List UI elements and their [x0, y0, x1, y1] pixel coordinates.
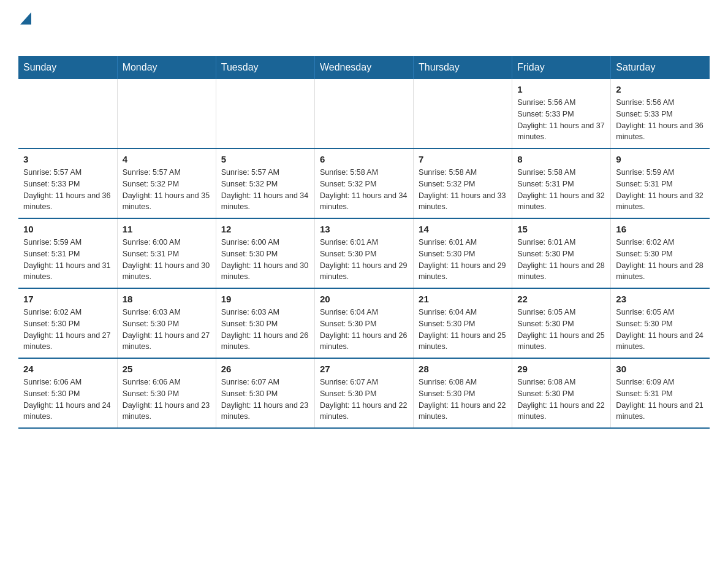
- calendar-week-row: 17Sunrise: 6:02 AM Sunset: 5:30 PM Dayli…: [18, 288, 710, 358]
- day-number: 11: [123, 224, 211, 234]
- day-number: 17: [23, 294, 112, 304]
- day-info: Sunrise: 6:09 AM Sunset: 5:31 PM Dayligh…: [616, 377, 705, 423]
- day-number: 2: [616, 84, 705, 94]
- calendar-cell: 11Sunrise: 6:00 AM Sunset: 5:31 PM Dayli…: [117, 218, 216, 288]
- calendar-week-row: 1Sunrise: 5:56 AM Sunset: 5:33 PM Daylig…: [18, 79, 710, 148]
- day-number: 21: [419, 294, 507, 304]
- calendar-cell: 17Sunrise: 6:02 AM Sunset: 5:30 PM Dayli…: [18, 288, 117, 358]
- day-info: Sunrise: 5:59 AM Sunset: 5:31 PM Dayligh…: [23, 237, 112, 283]
- calendar-cell: 6Sunrise: 5:58 AM Sunset: 5:32 PM Daylig…: [314, 148, 413, 218]
- day-info: Sunrise: 6:07 AM Sunset: 5:30 PM Dayligh…: [320, 377, 408, 423]
- day-info: Sunrise: 6:04 AM Sunset: 5:30 PM Dayligh…: [419, 307, 507, 353]
- day-number: 26: [221, 364, 309, 374]
- calendar-cell: 3Sunrise: 5:57 AM Sunset: 5:33 PM Daylig…: [18, 148, 117, 218]
- calendar-cell: 21Sunrise: 6:04 AM Sunset: 5:30 PM Dayli…: [414, 288, 512, 358]
- calendar-cell: 26Sunrise: 6:07 AM Sunset: 5:30 PM Dayli…: [216, 358, 314, 428]
- day-number: 5: [221, 154, 309, 164]
- calendar-cell: 25Sunrise: 6:06 AM Sunset: 5:30 PM Dayli…: [117, 358, 216, 428]
- day-info: Sunrise: 6:02 AM Sunset: 5:30 PM Dayligh…: [23, 307, 112, 353]
- day-info: Sunrise: 5:56 AM Sunset: 5:33 PM Dayligh…: [517, 97, 605, 143]
- day-info: Sunrise: 6:07 AM Sunset: 5:30 PM Dayligh…: [221, 377, 309, 423]
- calendar-header-row: SundayMondayTuesdayWednesdayThursdayFrid…: [18, 56, 710, 79]
- calendar-cell: 9Sunrise: 5:59 AM Sunset: 5:31 PM Daylig…: [611, 148, 710, 218]
- calendar-cell: 18Sunrise: 6:03 AM Sunset: 5:30 PM Dayli…: [117, 288, 216, 358]
- day-info: Sunrise: 5:57 AM Sunset: 5:33 PM Dayligh…: [23, 167, 112, 213]
- day-info: Sunrise: 5:57 AM Sunset: 5:32 PM Dayligh…: [123, 167, 211, 213]
- day-number: 18: [123, 294, 211, 304]
- day-info: Sunrise: 6:01 AM Sunset: 5:30 PM Dayligh…: [419, 237, 507, 283]
- day-number: 15: [517, 224, 605, 234]
- logo-triangle-icon: [20, 12, 31, 25]
- calendar-cell: 13Sunrise: 6:01 AM Sunset: 5:30 PM Dayli…: [314, 218, 413, 288]
- day-info: Sunrise: 6:00 AM Sunset: 5:30 PM Dayligh…: [221, 237, 309, 283]
- calendar-cell: 20Sunrise: 6:04 AM Sunset: 5:30 PM Dayli…: [314, 288, 413, 358]
- day-info: Sunrise: 6:04 AM Sunset: 5:30 PM Dayligh…: [320, 307, 408, 353]
- day-info: Sunrise: 5:58 AM Sunset: 5:32 PM Dayligh…: [419, 167, 507, 213]
- calendar-cell: [414, 79, 512, 148]
- calendar-cell: 10Sunrise: 5:59 AM Sunset: 5:31 PM Dayli…: [18, 218, 117, 288]
- day-info: Sunrise: 6:03 AM Sunset: 5:30 PM Dayligh…: [123, 307, 211, 353]
- calendar-cell: 23Sunrise: 6:05 AM Sunset: 5:30 PM Dayli…: [611, 288, 710, 358]
- day-number: 22: [517, 294, 605, 304]
- day-number: 13: [320, 224, 408, 234]
- calendar-week-row: 24Sunrise: 6:06 AM Sunset: 5:30 PM Dayli…: [18, 358, 710, 428]
- day-info: Sunrise: 6:08 AM Sunset: 5:30 PM Dayligh…: [419, 377, 507, 423]
- day-number: 4: [123, 154, 211, 164]
- day-info: Sunrise: 6:01 AM Sunset: 5:30 PM Dayligh…: [320, 237, 408, 283]
- day-info: Sunrise: 6:08 AM Sunset: 5:30 PM Dayligh…: [517, 377, 605, 423]
- day-number: 16: [616, 224, 705, 234]
- day-number: 6: [320, 154, 408, 164]
- calendar-cell: 24Sunrise: 6:06 AM Sunset: 5:30 PM Dayli…: [18, 358, 117, 428]
- day-info: Sunrise: 5:57 AM Sunset: 5:32 PM Dayligh…: [221, 167, 309, 213]
- calendar-header-monday: Monday: [117, 56, 216, 79]
- day-number: 1: [517, 84, 605, 94]
- svg-marker-0: [20, 12, 31, 25]
- calendar-cell: 15Sunrise: 6:01 AM Sunset: 5:30 PM Dayli…: [512, 218, 611, 288]
- calendar-cell: [216, 79, 314, 148]
- day-number: 25: [123, 364, 211, 374]
- day-number: 30: [616, 364, 705, 374]
- day-number: 24: [23, 364, 112, 374]
- calendar-cell: 19Sunrise: 6:03 AM Sunset: 5:30 PM Dayli…: [216, 288, 314, 358]
- day-info: Sunrise: 6:02 AM Sunset: 5:30 PM Dayligh…: [616, 237, 705, 283]
- day-info: Sunrise: 6:01 AM Sunset: 5:30 PM Dayligh…: [517, 237, 605, 283]
- calendar-header-friday: Friday: [512, 56, 611, 79]
- calendar-cell: 2Sunrise: 5:56 AM Sunset: 5:33 PM Daylig…: [611, 79, 710, 148]
- calendar-cell: [117, 79, 216, 148]
- day-number: 29: [517, 364, 605, 374]
- calendar-cell: 27Sunrise: 6:07 AM Sunset: 5:30 PM Dayli…: [314, 358, 413, 428]
- calendar-cell: 28Sunrise: 6:08 AM Sunset: 5:30 PM Dayli…: [414, 358, 512, 428]
- day-number: 28: [419, 364, 507, 374]
- calendar-cell: 30Sunrise: 6:09 AM Sunset: 5:31 PM Dayli…: [611, 358, 710, 428]
- calendar-header-wednesday: Wednesday: [314, 56, 413, 79]
- calendar-header-saturday: Saturday: [611, 56, 710, 79]
- day-info: Sunrise: 5:58 AM Sunset: 5:31 PM Dayligh…: [517, 167, 605, 213]
- page-header: [18, 12, 710, 44]
- day-number: 10: [23, 224, 112, 234]
- calendar-week-row: 10Sunrise: 5:59 AM Sunset: 5:31 PM Dayli…: [18, 218, 710, 288]
- calendar-cell: [18, 79, 117, 148]
- day-number: 8: [517, 154, 605, 164]
- day-info: Sunrise: 6:00 AM Sunset: 5:31 PM Dayligh…: [123, 237, 211, 283]
- calendar-cell: 16Sunrise: 6:02 AM Sunset: 5:30 PM Dayli…: [611, 218, 710, 288]
- calendar-cell: 29Sunrise: 6:08 AM Sunset: 5:30 PM Dayli…: [512, 358, 611, 428]
- calendar-cell: 7Sunrise: 5:58 AM Sunset: 5:32 PM Daylig…: [414, 148, 512, 218]
- calendar-header-sunday: Sunday: [18, 56, 117, 79]
- calendar-cell: [314, 79, 413, 148]
- day-info: Sunrise: 6:06 AM Sunset: 5:30 PM Dayligh…: [23, 377, 112, 423]
- calendar-cell: 22Sunrise: 6:05 AM Sunset: 5:30 PM Dayli…: [512, 288, 611, 358]
- calendar-header-thursday: Thursday: [414, 56, 512, 79]
- day-number: 9: [616, 154, 705, 164]
- calendar-cell: 1Sunrise: 5:56 AM Sunset: 5:33 PM Daylig…: [512, 79, 611, 148]
- day-info: Sunrise: 6:03 AM Sunset: 5:30 PM Dayligh…: [221, 307, 309, 353]
- day-number: 12: [221, 224, 309, 234]
- calendar-cell: 8Sunrise: 5:58 AM Sunset: 5:31 PM Daylig…: [512, 148, 611, 218]
- calendar-cell: 14Sunrise: 6:01 AM Sunset: 5:30 PM Dayli…: [414, 218, 512, 288]
- calendar-table: SundayMondayTuesdayWednesdayThursdayFrid…: [18, 56, 710, 429]
- calendar-cell: 5Sunrise: 5:57 AM Sunset: 5:32 PM Daylig…: [216, 148, 314, 218]
- day-number: 7: [419, 154, 507, 164]
- day-number: 14: [419, 224, 507, 234]
- day-info: Sunrise: 5:58 AM Sunset: 5:32 PM Dayligh…: [320, 167, 408, 213]
- day-number: 20: [320, 294, 408, 304]
- logo: [18, 12, 31, 44]
